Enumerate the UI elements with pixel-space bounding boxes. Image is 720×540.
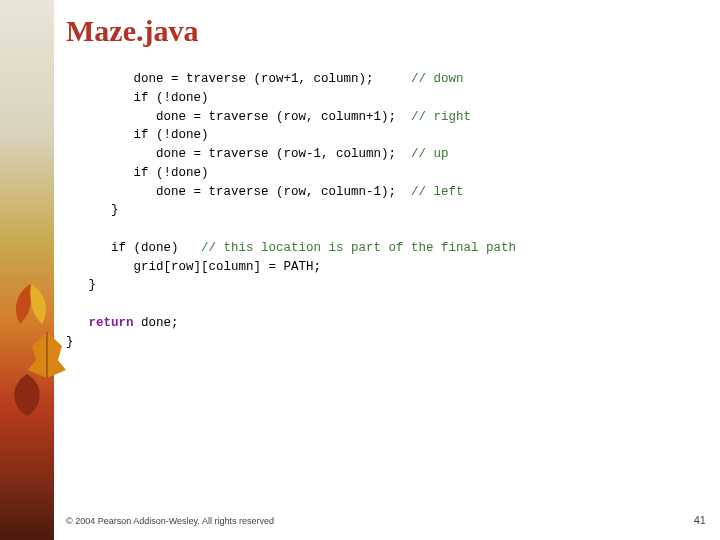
code-text: done = traverse (row, column-1); (66, 185, 411, 199)
leaf-decoration (2, 370, 52, 420)
code-block: done = traverse (row+1, column); // down… (66, 70, 708, 351)
leaf-decoration (6, 280, 56, 330)
code-text: } (66, 203, 119, 217)
code-keyword: return (89, 316, 134, 330)
slide-content: Maze.java done = traverse (row+1, column… (66, 14, 708, 351)
code-text: } (66, 278, 96, 292)
slide-title: Maze.java (66, 14, 708, 48)
code-text (66, 316, 89, 330)
code-text: grid[row][column] = PATH; (66, 260, 321, 274)
code-text: if (!done) (66, 91, 209, 105)
copyright-text: © 2004 Pearson Addison-Wesley. All right… (66, 516, 274, 526)
code-text: if (done) (66, 241, 201, 255)
code-comment: // left (411, 185, 464, 199)
slide-number: 41 (694, 514, 706, 526)
code-text: done = traverse (row, column+1); (66, 110, 411, 124)
code-text: done = traverse (row-1, column); (66, 147, 411, 161)
code-comment: // up (411, 147, 449, 161)
code-comment: // this location is part of the final pa… (201, 241, 516, 255)
code-comment: // right (411, 110, 471, 124)
code-text: } (66, 335, 74, 349)
code-text: done; (134, 316, 179, 330)
code-text: if (!done) (66, 128, 209, 142)
code-comment: // down (411, 72, 464, 86)
decorative-strip (0, 0, 54, 540)
code-text: done = traverse (row+1, column); (66, 72, 411, 86)
code-text: if (!done) (66, 166, 209, 180)
